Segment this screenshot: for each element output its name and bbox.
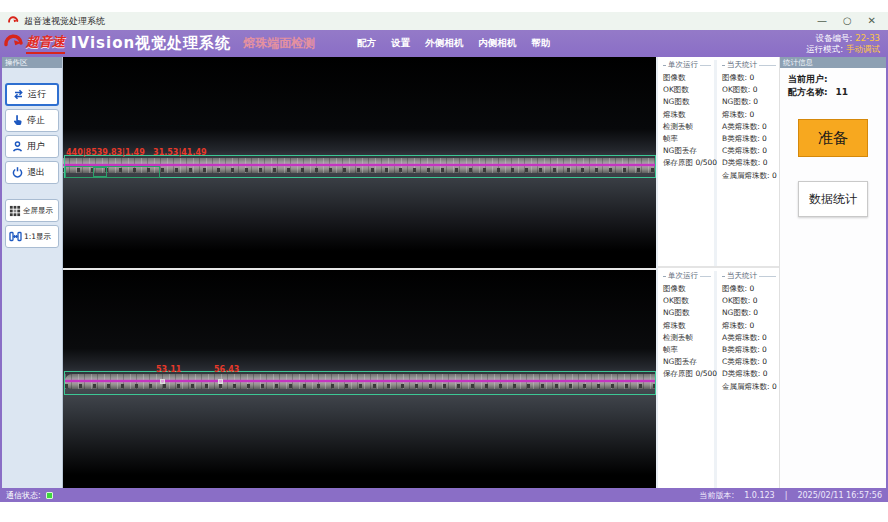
app-icon [8, 16, 19, 27]
stop-button-label: 停止 [27, 114, 45, 127]
daily-stats-rows: 图像数: 0OK图数: 0NG图数: 0熔珠数: 0A类熔珠数: 0B类熔珠数:… [722, 72, 779, 182]
run-button[interactable]: 运行 [5, 83, 59, 106]
menu-item[interactable]: 内侧相机 [478, 37, 516, 50]
version-value: 1.0.123 [744, 491, 775, 500]
measurement-label: 56.43 [214, 365, 239, 374]
single-run-rows: 图像数 OK图数 NG图数 熔珠数 检测丢帧 帧率 NG图丢存 保存原图 0/5… [663, 72, 714, 170]
sidebar: 操作区 运行 停止 用户 退出 [2, 57, 63, 488]
comm-status-indicator [46, 492, 53, 499]
minimize-button[interactable]: — [817, 12, 827, 30]
main-area: 操作区 运行 停止 用户 退出 [0, 57, 888, 488]
brand-name: 超音速 [26, 33, 65, 54]
recipe-name-value: 11 [836, 87, 849, 97]
stat-row: NG图数 [663, 307, 714, 319]
fullscreen-button-label: 全屏显示 [23, 206, 53, 216]
run-button-label: 运行 [28, 88, 46, 101]
window-title: 超音速视觉处理系统 [24, 15, 105, 28]
version-label: 当前版本: [699, 490, 734, 501]
app-subtitle: 熔珠端面检测 [243, 35, 315, 52]
status-bar-right: 当前版本: 1.0.123 | 2025/02/11 16:57:56 [699, 490, 882, 501]
run-mode-value: 手动调试 [846, 44, 880, 54]
menu-item[interactable]: 外侧相机 [425, 37, 463, 50]
app-header: 超音速 IVision视觉处理系统 熔珠端面检测 配方设置外侧相机内侧相机帮助 … [0, 30, 888, 57]
stat-row: 帧率 [663, 344, 714, 356]
exit-button-label: 退出 [27, 166, 45, 179]
menu-item[interactable]: 配方 [357, 37, 376, 50]
fullscreen-grid-icon [9, 205, 21, 217]
stat-row: 检测丢帧 [663, 332, 714, 344]
stop-button[interactable]: 停止 [5, 109, 59, 132]
app-title: IVision视觉处理系统 [71, 34, 231, 53]
stat-row: 图像数: 0 [722, 72, 779, 84]
stat-row: 检测丢帧 [663, 121, 714, 133]
detection-sub-rect [93, 167, 107, 177]
device-number-label: 设备编号: [815, 33, 852, 43]
stat-row: 熔珠数: 0 [722, 320, 779, 332]
stat-row: NG图数: 0 [722, 307, 779, 319]
detection-rect [64, 371, 656, 395]
camera-viewports: 440|8539.83|1.49 31.53|41.49 53.11 56.43 [63, 57, 656, 488]
stat-row: A类熔珠数: 0 [722, 332, 779, 344]
info-panel-caption: 统计信息 [780, 57, 886, 68]
maximize-button[interactable]: ○ [843, 12, 852, 30]
exit-button[interactable]: 退出 [5, 161, 59, 184]
prepare-button[interactable]: 准备 [798, 119, 868, 157]
one-to-one-icon [9, 230, 22, 243]
statistics-panel: 单次运行 图像数 OK图数 NG图数 熔珠数 检测丢帧 帧率 NG图丢存 保存原… [656, 57, 780, 488]
stat-row: D类熔珠数: 0 [722, 368, 779, 380]
stat-row: NG图丢存 [663, 356, 714, 368]
one-to-one-button-label: 1:1显示 [24, 232, 51, 242]
datetime-value: 2025/02/11 16:57:56 [797, 491, 882, 500]
user-button-label: 用户 [27, 140, 45, 153]
stat-row: 帧率 [663, 133, 714, 145]
daily-stats-column: 当天统计 图像数: 0OK图数: 0NG图数: 0熔珠数: 0A类熔珠数: 0B… [717, 271, 779, 488]
hand-icon [11, 114, 24, 127]
user-icon [11, 140, 24, 153]
device-number-value: 22-33 [855, 33, 880, 43]
measurement-label: 53.11 [156, 365, 181, 374]
stat-row: 熔珠数 [663, 320, 714, 332]
user-button[interactable]: 用户 [5, 135, 59, 158]
single-run-column: 单次运行 图像数 OK图数 NG图数 熔珠数 检测丢帧 帧率 NG图丢存 保存原… [658, 271, 717, 488]
stat-row: OK图数 [663, 295, 714, 307]
menu-item[interactable]: 帮助 [531, 37, 550, 50]
single-run-title: 单次运行 [663, 271, 714, 281]
data-statistics-button[interactable]: 数据统计 [798, 181, 868, 217]
run-mode-row: 运行模式:手动调试 [806, 44, 880, 55]
sidebar-caption: 操作区 [2, 57, 62, 68]
run-mode-label: 运行模式: [806, 44, 843, 54]
stat-row: 图像数: 0 [722, 283, 779, 295]
device-number-row: 设备编号:22-33 [806, 33, 880, 44]
brand-logo: 超音速 [4, 33, 65, 54]
page: 超音速视觉处理系统 — ○ ✕ 超音速 IVision视觉处理系统 熔珠端面检测… [0, 0, 888, 522]
current-user-label: 当前用户: [788, 74, 828, 84]
detection-sub-rect [65, 166, 160, 178]
stats-block-inner: 单次运行 图像数 OK图数 NG图数 熔珠数 检测丢帧 帧率 NG图丢存 保存原… [658, 268, 779, 488]
brand-logo-icon [4, 34, 24, 54]
fullscreen-button[interactable]: 全屏显示 [5, 199, 59, 222]
current-user-row: 当前用户: [788, 73, 886, 86]
close-button[interactable]: ✕ [868, 12, 876, 30]
defect-marker [218, 379, 223, 384]
camera-view-inner[interactable]: 53.11 56.43 [63, 268, 656, 488]
status-bar: 通信状态: 当前版本: 1.0.123 | 2025/02/11 16:57:5… [0, 488, 888, 502]
stat-row: A类熔珠数: 0 [722, 121, 779, 133]
stat-row: 金属屑熔珠数: 0 [722, 170, 779, 182]
stat-row: OK图数: 0 [722, 84, 779, 96]
daily-stats-column: 当天统计 图像数: 0OK图数: 0NG图数: 0熔珠数: 0A类熔珠数: 0B… [717, 60, 779, 266]
camera-view-outer[interactable]: 440|8539.83|1.49 31.53|41.49 [63, 57, 656, 268]
window-controls: — ○ ✕ [817, 12, 880, 30]
stat-row: NG图数: 0 [722, 96, 779, 108]
recipe-name-label: 配方名称: [788, 87, 828, 97]
single-run-column: 单次运行 图像数 OK图数 NG图数 熔珠数 检测丢帧 帧率 NG图丢存 保存原… [658, 60, 717, 266]
info-rows: 当前用户: 配方名称:11 [780, 68, 886, 99]
stat-row: C类熔珠数: 0 [722, 145, 779, 157]
comm-status-label: 通信状态: [6, 490, 41, 501]
stat-row: 熔珠数 [663, 109, 714, 121]
device-info: 设备编号:22-33 运行模式:手动调试 [806, 33, 880, 55]
stat-row: OK图数 [663, 84, 714, 96]
menu-item[interactable]: 设置 [391, 37, 410, 50]
stat-row: 金属屑熔珠数: 0 [722, 381, 779, 393]
one-to-one-button[interactable]: 1:1显示 [5, 225, 59, 248]
stat-row: 保存原图 0/500 [663, 368, 714, 380]
